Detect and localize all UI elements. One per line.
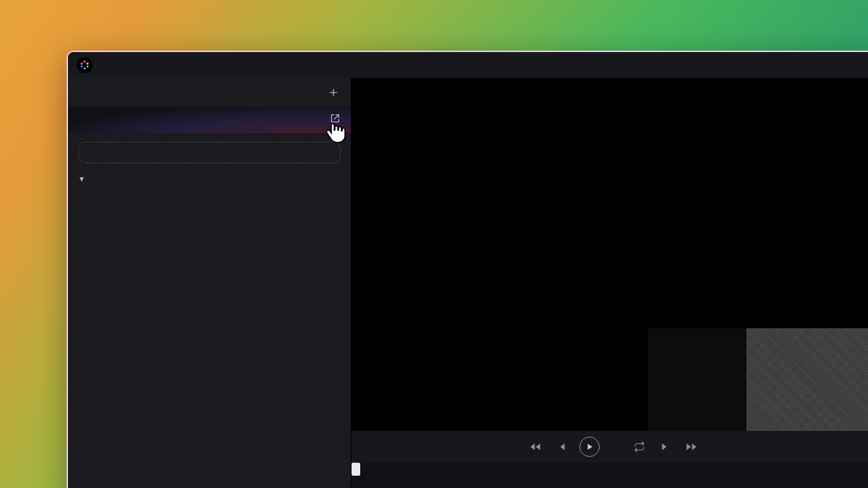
playhead[interactable] (352, 463, 360, 476)
svg-point-2 (87, 66, 89, 68)
rewind-button[interactable] (527, 439, 543, 455)
prev-frame-icon (556, 441, 567, 453)
main-panel (352, 78, 868, 488)
play-button[interactable] (579, 437, 600, 457)
chevron-down-icon: ▼ (78, 175, 85, 183)
tab-library[interactable] (77, 90, 88, 95)
svg-point-3 (84, 67, 86, 69)
smpte-bottom-blue (352, 328, 451, 431)
smpte-bars-mid (352, 297, 868, 329)
content-area: ▼ (68, 78, 868, 488)
timeline[interactable] (352, 463, 868, 488)
loop-icon (633, 440, 646, 453)
titlebar (68, 52, 868, 78)
group-header[interactable]: ▼ (68, 169, 351, 187)
add-button[interactable] (325, 84, 342, 101)
rewind-icon (529, 440, 542, 453)
popout-icon (329, 113, 341, 124)
next-frame-icon (660, 441, 671, 453)
loop-button[interactable] (631, 439, 647, 455)
drop-zone[interactable] (78, 142, 341, 163)
smpte-bottom-white (451, 328, 550, 431)
tab-uploads[interactable] (97, 90, 109, 95)
smpte-bars-top (352, 78, 868, 297)
timeline-ticks (352, 476, 868, 486)
prev-frame-button[interactable] (553, 439, 569, 455)
svg-point-0 (84, 61, 86, 63)
next-frame-button[interactable] (658, 439, 673, 455)
play-icon (585, 442, 594, 451)
smpte-bottom-noise (746, 328, 868, 431)
fast-forward-icon (685, 440, 698, 453)
tab-exports[interactable] (117, 90, 129, 95)
fast-forward-button[interactable] (684, 439, 699, 455)
app-logo-icon (77, 57, 93, 73)
sidebar-tabs (68, 78, 351, 107)
upload-status-banner (68, 107, 351, 133)
popout-button[interactable] (329, 113, 341, 127)
smpte-bars-bottom (352, 328, 868, 431)
smpte-bottom-black (648, 328, 747, 431)
video-preview[interactable] (352, 78, 868, 431)
transport-bar (352, 431, 868, 463)
svg-point-4 (81, 66, 83, 68)
svg-point-1 (87, 63, 89, 65)
smpte-bottom-purple (549, 328, 648, 431)
plus-icon (328, 87, 339, 98)
app-window: ▼ (67, 51, 868, 488)
sidebar: ▼ (68, 78, 352, 488)
svg-point-5 (81, 63, 83, 65)
